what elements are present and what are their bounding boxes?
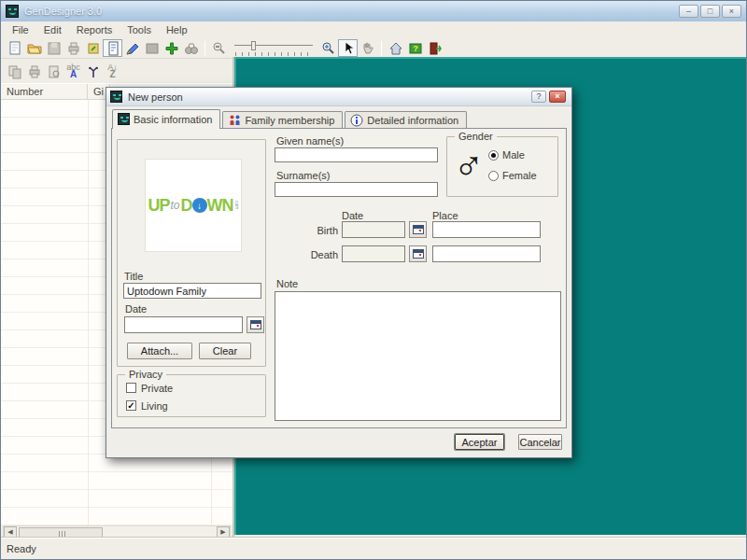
death-date-calendar-button[interactable] [409,245,427,262]
person-picture[interactable]: UPtoD↓WNcom [145,159,242,252]
page-preview-icon[interactable] [44,63,63,80]
dialog-help-button[interactable]: ? [531,91,546,103]
male-radio[interactable] [488,150,499,161]
logo-text: UP [148,196,169,216]
picture-date-label: Date [125,303,147,315]
zoom-slider[interactable] [233,40,315,56]
media-group: UPtoD↓WNcom Title Date Attach... Clear [117,139,266,367]
birth-date-calendar-button[interactable] [409,221,427,238]
print-list-icon[interactable] [24,63,44,80]
toolbar-separator [381,41,382,56]
death-place-input[interactable] [432,245,541,262]
basic-info-icon [118,113,130,125]
male-symbol-icon: ♂ [449,137,488,191]
logo-text: to [171,199,180,212]
new-person-dialog: New person ? × Basic information Family … [106,87,572,458]
exit-door-icon[interactable] [425,39,444,57]
surname-input[interactable] [275,182,438,197]
menu-edit[interactable]: Edit [36,22,69,37]
info-icon [350,114,363,127]
help-book-icon[interactable]: ? [405,39,425,57]
birth-date-input[interactable] [342,221,405,238]
open-file-icon[interactable] [24,39,44,57]
cancel-button[interactable]: Cancelar [518,434,562,450]
copy-icon[interactable] [5,63,24,80]
tab-detailed-information[interactable]: Detailed information [345,111,467,128]
death-date-input[interactable] [342,245,405,262]
place-column-header: Place [432,210,458,221]
save-icon[interactable] [44,39,63,57]
list-toolbar: abcA A↓Z [1,60,233,83]
menu-help[interactable]: Help [159,22,195,37]
dialog-titlebar: New person ? × [106,88,571,106]
report-icon[interactable] [103,39,122,57]
logo-text: com [234,201,239,209]
export-icon[interactable] [83,39,103,57]
dialog-tabs: Basic information Family membership Deta… [112,111,469,128]
tree-view-icon[interactable] [83,63,103,80]
svg-text:?: ? [413,44,418,53]
edit-pencil-icon[interactable] [122,39,142,57]
clear-button[interactable]: Clear [199,343,251,359]
zoom-slider-ticks [235,52,312,56]
menu-reports[interactable]: Reports [69,22,120,37]
column-divider [88,100,89,525]
given-name-input[interactable] [275,147,438,162]
uptodown-arrow-icon: ↓ [192,198,207,213]
zoom-slider-thumb[interactable] [251,41,256,50]
picture-date-calendar-button[interactable] [247,316,264,333]
date-column-header: Date [342,210,363,221]
zoom-in-icon[interactable] [318,39,338,57]
maximize-button[interactable]: □ [700,5,720,18]
male-radio-label[interactable]: Male [502,149,525,161]
gender-group: Gender ♂ Male Female [446,136,558,197]
close-button[interactable]: × [722,5,741,18]
female-radio-label[interactable]: Female [502,170,537,181]
minimize-button[interactable]: – [679,5,698,18]
picture-title-label: Title [124,271,143,282]
new-document-icon[interactable] [5,39,24,57]
given-name-label: Given name(s) [276,135,344,147]
attach-button[interactable]: Attach... [127,343,192,359]
birth-place-input[interactable] [432,221,541,238]
menu-tools[interactable]: Tools [120,22,159,37]
menu-bar: File Edit Reports Tools Help [1,21,746,38]
pointer-cursor-icon[interactable] [338,39,358,57]
tab-basic-information[interactable]: Basic information [112,109,220,128]
pan-hand-icon[interactable] [358,39,377,57]
add-person-icon[interactable] [162,39,181,57]
privacy-group-label: Privacy [125,369,166,380]
picture-title-input[interactable] [123,283,261,299]
note-textarea[interactable] [275,291,561,421]
find-binoculars-icon[interactable] [181,39,201,57]
menu-file[interactable]: File [5,22,36,37]
private-checkbox-label[interactable]: Private [141,383,173,394]
spell-check-icon[interactable]: abcA [63,63,83,80]
status-bar: Ready [1,537,746,559]
living-checkbox-label[interactable]: Living [141,400,168,412]
tab-family-membership[interactable]: Family membership [222,111,343,128]
dialog-title: New person [128,91,183,103]
zoom-out-icon[interactable] [209,39,229,57]
dialog-actions: Aceptar Cancelar [106,428,571,459]
sort-az-icon[interactable]: A↓Z [103,63,122,80]
living-checkbox[interactable] [126,400,136,411]
private-checkbox[interactable] [126,383,136,393]
column-header-number[interactable]: Number [1,84,88,99]
window-titlebar: GenDesigner 3.0 – □ × [1,1,746,21]
female-radio[interactable] [488,171,499,181]
print-icon[interactable] [63,39,83,57]
home-icon[interactable] [386,39,405,57]
application-window: GenDesigner 3.0 – □ × File Edit Reports … [0,0,747,560]
privacy-group: Privacy Private Living [117,374,266,417]
accept-button[interactable]: Aceptar [455,434,504,450]
window-title: GenDesigner 3.0 [24,6,102,17]
note-label: Note [276,278,298,289]
basic-information-page: UPtoD↓WNcom Title Date Attach... Clear P… [111,128,567,428]
picture-date-input[interactable] [124,316,243,333]
dialog-close-button[interactable]: × [549,91,566,103]
main-toolbar: ? [1,38,746,59]
image-icon[interactable] [142,39,162,57]
app-icon [6,5,19,18]
zoom-slider-rail [234,45,313,46]
